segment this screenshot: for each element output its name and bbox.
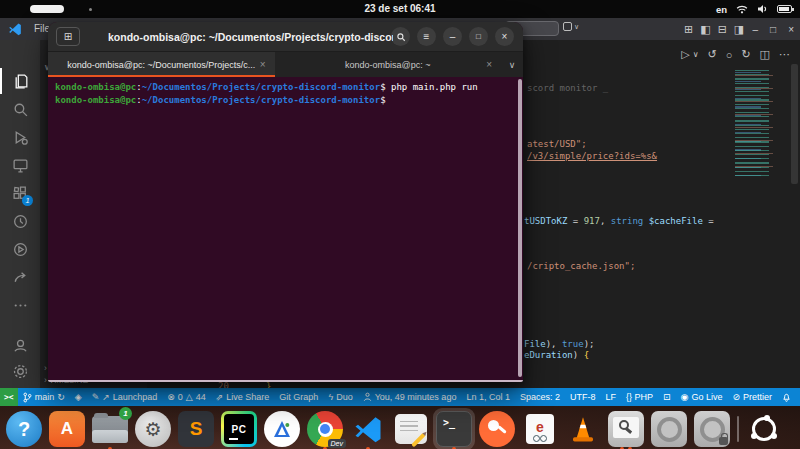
vscode-logo-icon bbox=[8, 22, 22, 36]
share-icon[interactable] bbox=[0, 264, 40, 290]
nav-circle-icon[interactable]: ○ bbox=[726, 49, 733, 61]
keyboard-layout[interactable]: en bbox=[716, 4, 727, 15]
copilot-icon[interactable]: ⊡ bbox=[663, 392, 671, 402]
dock-disk-image-locked[interactable] bbox=[694, 411, 730, 447]
nav-forward-icon[interactable]: ↻ bbox=[741, 48, 750, 61]
live-share-item[interactable]: ⇗Live Share bbox=[216, 392, 270, 402]
dock-chrome-dev[interactable]: Dev bbox=[307, 411, 343, 447]
remote-explorer-icon[interactable] bbox=[0, 152, 40, 178]
new-tab-button[interactable]: ⊞ bbox=[56, 27, 80, 46]
vscode-window-controls[interactable]: – □ × bbox=[753, 18, 794, 40]
terminal-scrollbar[interactable] bbox=[518, 79, 522, 377]
editor-scrollbar[interactable] bbox=[791, 64, 798, 184]
dock-ubuntu-logo[interactable] bbox=[746, 411, 782, 447]
explorer-icon[interactable] bbox=[0, 68, 40, 94]
clock[interactable]: 23 de set 06:41 bbox=[0, 0, 800, 18]
run-file-button[interactable]: ▷ bbox=[681, 48, 689, 61]
terminal-tab-1[interactable]: kondo-ombisa@pc: ~/Documentos/Projects/c… bbox=[48, 52, 275, 77]
terminal-menu-button[interactable]: ≡ bbox=[417, 27, 436, 46]
dock-settings[interactable]: ⚙ bbox=[135, 411, 171, 447]
open-remote-icon[interactable]: ∨ bbox=[563, 22, 579, 31]
chrome-dev-badge: Dev bbox=[328, 439, 346, 448]
terminal-close-button[interactable]: × bbox=[495, 27, 514, 46]
toggle-sidebar-icon[interactable]: ◧ bbox=[700, 23, 710, 36]
tab-list-chevron-icon[interactable]: ∨ bbox=[501, 52, 523, 77]
toggle-panel-icon[interactable]: ⊟ bbox=[718, 23, 727, 36]
git-graph-item[interactable]: Git Graph bbox=[279, 392, 318, 402]
dock-text-editor[interactable] bbox=[393, 411, 429, 447]
system-tray[interactable]: en bbox=[716, 0, 792, 18]
gitlens-blame-item[interactable]: You, 49 minutes ago bbox=[363, 392, 457, 402]
tab-close-icon[interactable]: × bbox=[486, 59, 492, 70]
desktop-wallpaper: ? A 1 ⚙ S PC Dev >_ e bbox=[0, 406, 800, 449]
extension-status-icon[interactable]: ◈ bbox=[75, 392, 82, 402]
terminal-header-bar[interactable]: ⊞ kondo-ombisa@pc: ~/Documentos/Projects… bbox=[48, 22, 523, 52]
terminal-maximize-button[interactable]: □ bbox=[469, 27, 488, 46]
run-debug-icon[interactable] bbox=[0, 124, 40, 150]
encoding-item[interactable]: UTF-8 bbox=[570, 392, 596, 402]
more-actions-icon[interactable]: ⋯ bbox=[779, 48, 790, 61]
problems-item[interactable]: ⊗0 △44 bbox=[167, 392, 206, 402]
toggle-secondary-sidebar-icon[interactable]: ◨ bbox=[734, 23, 744, 36]
language-mode-item[interactable]: {} PHP bbox=[626, 392, 653, 402]
go-live-item[interactable]: ◉Go Live bbox=[681, 392, 723, 402]
minimap[interactable] bbox=[735, 70, 777, 178]
notifications-bell-icon[interactable] bbox=[782, 392, 791, 402]
code-line: 20 bbox=[218, 381, 229, 388]
dock-terminal[interactable]: >_ bbox=[436, 411, 472, 447]
launchpad-item[interactable]: ✎↗ Launchpad bbox=[92, 392, 158, 402]
terminal-tab-2[interactable]: kondo-ombisa@pc: ~ × bbox=[275, 52, 502, 77]
editor-toolbar[interactable]: ▷∨ ↺ ○ ↻ ◫ ⋯ bbox=[681, 48, 790, 61]
terminal-search-button[interactable] bbox=[391, 27, 410, 46]
code-line-link[interactable]: /v3/simple/price?ids=%s& bbox=[527, 151, 657, 161]
files-icon bbox=[92, 416, 128, 443]
dock-vlc[interactable] bbox=[565, 411, 601, 447]
git-branch-item[interactable]: main ↻ bbox=[23, 392, 65, 403]
eol-item[interactable]: LF bbox=[605, 392, 616, 402]
terminal-minimize-button[interactable]: – bbox=[443, 27, 462, 46]
dock-app-center[interactable]: A bbox=[49, 411, 85, 447]
dock-disk-image[interactable] bbox=[651, 411, 687, 447]
prettier-item[interactable]: ⊘Prettier bbox=[732, 392, 772, 402]
search-icon[interactable] bbox=[0, 96, 40, 122]
dock-pycharm[interactable]: PC bbox=[221, 411, 257, 447]
close-button[interactable]: × bbox=[788, 24, 794, 35]
code-line: scord monitor _ bbox=[527, 83, 608, 93]
dock-help[interactable]: ? bbox=[6, 411, 42, 447]
dock-files[interactable]: 1 bbox=[92, 411, 128, 447]
dock-postman[interactable] bbox=[479, 411, 515, 447]
dock-screenshot-tool[interactable] bbox=[608, 411, 644, 447]
dock-sublime-text[interactable]: S bbox=[178, 411, 214, 447]
restore-button[interactable]: □ bbox=[770, 24, 776, 35]
run-dropdown-icon[interactable]: ∨ bbox=[693, 50, 699, 59]
customize-layout-icon[interactable]: ⊞ bbox=[684, 23, 693, 36]
sync-icon[interactable]: ↻ bbox=[57, 392, 65, 402]
nav-back-icon[interactable]: ↺ bbox=[708, 48, 717, 61]
terminal-window: ⊞ kondo-ombisa@pc: ~/Documentos/Projects… bbox=[48, 22, 523, 382]
cursor-position-item[interactable]: Ln 1, Col 1 bbox=[466, 392, 510, 402]
indentation-item[interactable]: Spaces: 2 bbox=[520, 392, 560, 402]
code-line: /cripto_cache.json"; bbox=[527, 261, 635, 271]
layout-controls[interactable]: ⊞ ◧ ⊟ ◨ bbox=[684, 18, 744, 40]
disk-image-icon bbox=[651, 411, 687, 447]
minimize-button[interactable]: – bbox=[753, 24, 759, 35]
dock-drafting-app[interactable] bbox=[264, 411, 300, 447]
code-line: File), true); bbox=[524, 339, 594, 349]
split-editor-icon[interactable]: ◫ bbox=[760, 48, 770, 61]
duo-item[interactable]: ϟDuo bbox=[328, 392, 352, 402]
account-icon[interactable] bbox=[0, 332, 40, 358]
settings-gear-icon[interactable] bbox=[0, 358, 40, 384]
app-center-icon: A bbox=[49, 411, 85, 447]
history-icon[interactable] bbox=[0, 208, 40, 234]
dock-vscode[interactable] bbox=[350, 411, 386, 447]
code-runner-icon[interactable] bbox=[0, 236, 40, 262]
tab-close-icon[interactable]: × bbox=[260, 59, 266, 70]
more-views-icon[interactable] bbox=[0, 292, 40, 318]
remote-indicator[interactable]: >< bbox=[0, 388, 18, 406]
terminal-icon: >_ bbox=[436, 411, 472, 447]
settings-icon: ⚙ bbox=[135, 411, 171, 447]
extensions-icon[interactable]: 1 bbox=[0, 180, 40, 206]
dock-document-viewer[interactable]: e bbox=[522, 411, 558, 447]
terminal-content[interactable]: kondo-ombisa@pc:~/Documentos/Projects/cr… bbox=[48, 77, 523, 380]
person-icon bbox=[363, 392, 372, 402]
